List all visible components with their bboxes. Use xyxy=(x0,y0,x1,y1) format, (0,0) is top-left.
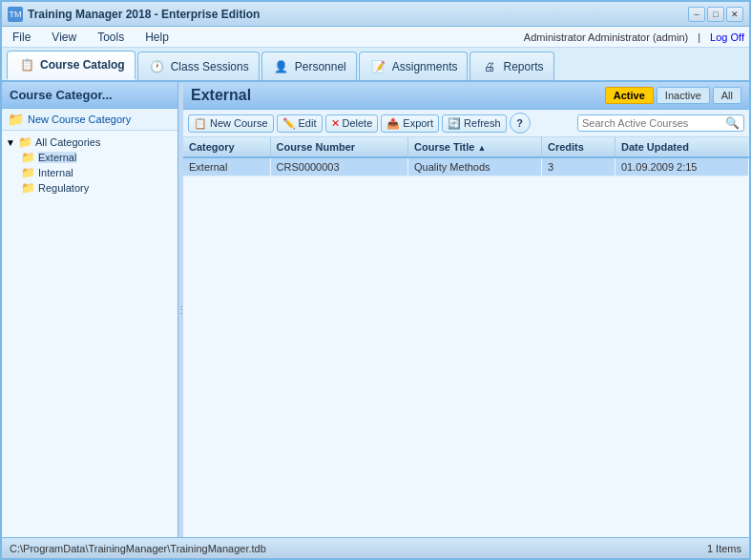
tab-personnel[interactable]: 👤 Personnel xyxy=(261,52,357,80)
col-course-title[interactable]: Course Title ▲ xyxy=(408,137,542,157)
toggle-all-button[interactable]: All xyxy=(713,87,741,104)
tabs-bar: 📋 Course Catalog 🕐 Class Sessions 👤 Pers… xyxy=(2,48,749,82)
tab-class-sessions-label: Class Sessions xyxy=(171,60,249,73)
toggle-active-button[interactable]: Active xyxy=(605,87,654,104)
col-category[interactable]: Category xyxy=(183,137,270,157)
export-button[interactable]: 📤 Export xyxy=(381,114,439,133)
tab-reports[interactable]: 🖨 Reports xyxy=(469,52,553,80)
delete-button[interactable]: ✕ Delete xyxy=(325,114,379,133)
delete-icon: ✕ xyxy=(331,117,340,130)
status-path: C:\ProgramData\TrainingManager\TrainingM… xyxy=(10,543,266,554)
refresh-button[interactable]: 🔄 Refresh xyxy=(442,114,507,133)
title-bar: TM Training Manager 2018 - Enterprise Ed… xyxy=(2,2,749,27)
tree-root-label: All Categories xyxy=(35,136,100,148)
cell-course-title: Quality Methods xyxy=(408,157,542,176)
tree-label-external: External xyxy=(38,152,76,163)
tree-node-internal[interactable]: 📁 Internal xyxy=(21,165,174,180)
col-credits[interactable]: Credits xyxy=(541,137,615,157)
personnel-icon: 👤 xyxy=(272,57,291,76)
new-category-icon: 📁 xyxy=(8,112,24,127)
tab-assignments-label: Assignments xyxy=(392,60,458,73)
col-date-updated[interactable]: Date Updated xyxy=(615,137,748,157)
edit-label: Edit xyxy=(299,117,317,129)
col-credits-label: Credits xyxy=(548,141,584,153)
col-category-label: Category xyxy=(189,141,235,153)
new-category-label: New Course Category xyxy=(28,114,131,125)
cell-date-updated: 01.09.2009 2:15 xyxy=(615,157,748,176)
toggle-inactive-button[interactable]: Inactive xyxy=(657,87,710,104)
tree-node-regulatory[interactable]: 📁 Regulatory xyxy=(21,180,174,196)
course-catalog-icon: 📋 xyxy=(17,55,36,74)
tree-label-internal: Internal xyxy=(38,167,73,178)
tab-reports-label: Reports xyxy=(503,60,543,73)
app-icon: TM xyxy=(8,7,23,22)
tab-class-sessions[interactable]: 🕐 Class Sessions xyxy=(137,52,260,80)
edit-button[interactable]: ✏️ Edit xyxy=(277,114,323,133)
main-window: TM Training Manager 2018 - Enterprise Ed… xyxy=(0,0,751,560)
category-tree: ▼ 📁 All Categories 📁 External 📁 Internal… xyxy=(2,131,177,537)
help-button[interactable]: ? xyxy=(510,113,531,134)
window-title: Training Manager 2018 - Enterprise Editi… xyxy=(28,8,260,21)
new-course-label: New Course xyxy=(210,117,268,129)
menu-bar: File View Tools Help Administrator Admin… xyxy=(2,27,749,48)
external-folder-icon: 📁 xyxy=(21,151,35,164)
view-toggle: Active Inactive All xyxy=(605,87,741,104)
courses-table-container: Category Course Number Course Title ▲ Cr… xyxy=(183,137,749,537)
cell-credits: 3 xyxy=(541,157,615,176)
table-header-row: Category Course Number Course Title ▲ Cr… xyxy=(183,137,749,157)
menu-help[interactable]: Help xyxy=(139,29,175,46)
status-bar: C:\ProgramData\TrainingManager\TrainingM… xyxy=(2,537,749,558)
col-date-updated-label: Date Updated xyxy=(621,141,689,153)
status-count: 1 Items xyxy=(707,543,741,554)
admin-separator: | xyxy=(698,31,700,43)
maximize-button[interactable]: □ xyxy=(707,7,724,22)
assignments-icon: 📝 xyxy=(369,57,388,76)
tab-personnel-label: Personnel xyxy=(295,60,346,73)
close-button[interactable]: ✕ xyxy=(726,7,743,22)
refresh-icon: 🔄 xyxy=(448,117,461,130)
search-box[interactable]: 🔍 xyxy=(577,114,744,132)
new-course-button[interactable]: 📋 New Course xyxy=(188,114,274,133)
sort-arrow-icon: ▲ xyxy=(478,143,487,153)
left-panel: Course Categor... 📁 New Course Category … xyxy=(2,82,178,537)
export-icon: 📤 xyxy=(386,117,400,130)
main-content: Course Categor... 📁 New Course Category … xyxy=(2,82,749,537)
cell-category: External xyxy=(183,157,270,176)
minimize-button[interactable]: – xyxy=(688,7,705,22)
search-input[interactable] xyxy=(582,117,725,129)
tree-children: 📁 External 📁 Internal 📁 Regulatory xyxy=(6,150,174,196)
col-course-title-label: Course Title xyxy=(414,141,474,153)
internal-folder-icon: 📁 xyxy=(21,166,35,179)
right-panel: External Active Inactive All 📋 New Cours… xyxy=(183,82,749,537)
logoff-link[interactable]: Log Off xyxy=(710,31,744,43)
regulatory-folder-icon: 📁 xyxy=(21,181,35,195)
class-sessions-icon: 🕐 xyxy=(148,57,167,76)
reports-icon: 🖨 xyxy=(480,57,499,76)
search-icon: 🔍 xyxy=(725,116,740,130)
export-label: Export xyxy=(403,117,433,129)
refresh-label: Refresh xyxy=(464,117,501,129)
course-toolbar: 📋 New Course ✏️ Edit ✕ Delete 📤 Export 🔄 xyxy=(183,110,749,137)
delete-label: Delete xyxy=(343,117,373,129)
title-bar-left: TM Training Manager 2018 - Enterprise Ed… xyxy=(8,7,260,22)
menu-file[interactable]: File xyxy=(7,29,36,46)
new-category-button[interactable]: 📁 New Course Category xyxy=(2,109,177,131)
edit-icon: ✏️ xyxy=(282,117,296,130)
window-controls: – □ ✕ xyxy=(688,7,743,22)
cell-course-number: CRS0000003 xyxy=(270,157,408,176)
tree-node-external[interactable]: 📁 External xyxy=(21,150,174,165)
tree-all-categories[interactable]: ▼ 📁 All Categories xyxy=(6,135,174,150)
menu-view[interactable]: View xyxy=(46,29,82,46)
panel-title: External xyxy=(191,87,251,104)
tab-course-catalog[interactable]: 📋 Course Catalog xyxy=(7,51,136,80)
courses-table: Category Course Number Course Title ▲ Cr… xyxy=(183,137,749,176)
tree-label-regulatory: Regulatory xyxy=(38,182,89,194)
col-course-number[interactable]: Course Number xyxy=(270,137,408,157)
expand-icon: ▼ xyxy=(6,137,15,148)
new-course-icon: 📋 xyxy=(194,117,207,130)
table-row[interactable]: External CRS0000003 Quality Methods 3 01… xyxy=(183,157,749,176)
menu-tools[interactable]: Tools xyxy=(92,29,130,46)
tab-assignments[interactable]: 📝 Assignments xyxy=(359,52,469,80)
help-icon: ? xyxy=(516,117,523,129)
left-panel-header: Course Categor... xyxy=(2,82,177,109)
